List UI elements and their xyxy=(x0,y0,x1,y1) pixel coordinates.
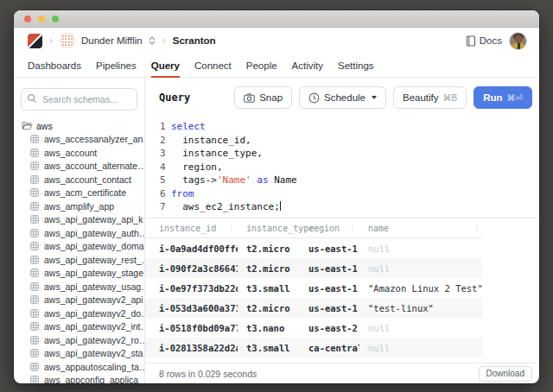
table-item[interactable]: aws_api_gatewayv2_ro… xyxy=(22,333,144,347)
camera-icon xyxy=(244,93,255,103)
org-avatar[interactable] xyxy=(60,33,75,48)
org-name[interactable]: Dunder Mifflin xyxy=(81,35,143,46)
tab-settings[interactable]: Settings xyxy=(338,54,374,77)
run-label: Run xyxy=(483,92,502,103)
table-grid-icon xyxy=(30,363,40,371)
query-panel: Query Snap Schedule Beautify ⌘B xyxy=(145,78,539,383)
table-item[interactable]: aws_account_contact xyxy=(22,173,144,187)
table-grid-icon xyxy=(30,295,40,304)
snap-button[interactable]: Snap xyxy=(234,86,292,109)
docs-link[interactable]: Docs xyxy=(466,35,502,47)
table-grid-icon xyxy=(30,336,40,345)
column-menu-icon[interactable]: ⋮ xyxy=(349,224,359,232)
table-item[interactable]: aws_appautoscaling_ta… xyxy=(22,360,144,374)
chevron-right-icon: › xyxy=(48,35,54,46)
docs-label: Docs xyxy=(480,35,502,46)
schema-folder-aws[interactable]: aws xyxy=(22,119,144,133)
table-grid-icon xyxy=(30,188,40,197)
minimize-button[interactable] xyxy=(38,16,45,22)
user-avatar[interactable] xyxy=(509,32,527,50)
clock-icon xyxy=(308,92,320,104)
macos-titlebar xyxy=(14,10,539,28)
table-item[interactable]: aws_api_gateway_usag… xyxy=(22,280,144,294)
schema-folder-label: aws xyxy=(36,121,53,131)
tab-connect[interactable]: Connect xyxy=(194,54,232,77)
steampipe-logo-icon[interactable] xyxy=(28,34,42,48)
download-button[interactable]: Download xyxy=(479,366,532,382)
table-grid-icon xyxy=(30,376,40,383)
table-item[interactable]: aws_api_gateway_doma… xyxy=(22,240,144,254)
tab-dashboards[interactable]: Dashboards xyxy=(28,54,81,77)
table-item[interactable]: aws_api_gateway_auth… xyxy=(22,226,144,240)
main-nav: Dashboards Pipelines Query Connect Peopl… xyxy=(14,54,539,78)
table-row[interactable]: i-0a9ad4df00ffe0b75 t2.micro us-east-1 n… xyxy=(145,238,483,258)
tab-people[interactable]: People xyxy=(246,54,277,77)
table-grid-icon xyxy=(30,322,40,331)
table-item[interactable]: aws_account_alternate… xyxy=(22,160,144,174)
table-row[interactable]: i-053d3a600a37137be t2.micro us-east-1 "… xyxy=(145,298,483,318)
code-line: 3 instance_type, xyxy=(145,147,539,161)
table-item[interactable]: aws_amplify_app xyxy=(22,199,144,213)
table-item[interactable]: aws_api_gatewayv2_int… xyxy=(22,320,144,334)
app-header: › Dunder Mifflin › Scranton Docs xyxy=(14,28,539,54)
table-item[interactable]: aws_account xyxy=(22,146,144,160)
column-menu-icon[interactable]: ⋮ xyxy=(473,224,483,232)
table-grid-icon xyxy=(30,229,40,237)
table-item[interactable]: aws_acm_certificate xyxy=(22,187,144,200)
table-row[interactable]: i-090f2a3c866415f2f t2.micro us-east-1 n… xyxy=(145,258,483,278)
table-item[interactable]: aws_api_gatewayv2_sta… xyxy=(22,347,144,361)
query-toolbar: Query Snap Schedule Beautify ⌘B xyxy=(145,78,539,117)
code-line: 2 instance_id, xyxy=(145,134,539,148)
table-item[interactable]: aws_api_gateway_api_k… xyxy=(22,213,144,227)
table-item[interactable]: aws_api_gatewayv2_api xyxy=(22,294,144,307)
results-table: instance_id⋮ instance_type⋮ region⋮ name… xyxy=(145,218,483,357)
table-grid-icon xyxy=(30,135,40,143)
column-header-name[interactable]: name⋮ xyxy=(359,218,483,237)
table-item[interactable]: aws_accessanalyzer_an… xyxy=(22,133,144,147)
folder-open-icon xyxy=(22,121,32,130)
table-grid-icon xyxy=(30,282,40,291)
table-grid-icon xyxy=(30,242,40,250)
table-item[interactable]: aws_api_gatewayv2_do… xyxy=(22,307,144,320)
schedule-label: Schedule xyxy=(324,92,365,103)
search-schemas-input[interactable] xyxy=(21,88,137,111)
column-menu-icon[interactable]: ⋮ xyxy=(227,224,238,232)
schema-tree: aws aws_accessanalyzer_an… aws_account a… xyxy=(14,119,144,383)
table-grid-icon xyxy=(30,215,40,224)
table-item[interactable]: aws_appconfig_applica xyxy=(22,374,144,384)
workspace-name[interactable]: Scranton xyxy=(173,35,216,46)
org-switcher-icon[interactable] xyxy=(149,36,156,45)
docs-icon xyxy=(466,35,476,47)
table-grid-icon xyxy=(30,175,40,184)
app-window: › Dunder Mifflin › Scranton Docs Dashboa… xyxy=(14,10,539,383)
run-button[interactable]: Run ⌘⏎ xyxy=(474,86,532,109)
column-header-instance-type[interactable]: instance_type⋮ xyxy=(238,218,300,237)
table-row[interactable]: i-0518f0bd09a77d5d2 t3.nano us-east-2 nu… xyxy=(145,318,483,338)
beautify-label: Beautify xyxy=(403,92,439,103)
maximize-button[interactable] xyxy=(52,16,59,22)
code-line: 5 tags->'Name' as Name xyxy=(145,174,539,187)
column-header-instance-id[interactable]: instance_id⋮ xyxy=(145,218,238,237)
tab-activity[interactable]: Activity xyxy=(292,54,323,77)
table-row[interactable]: i-0281358a22d2a95b6 t3.small ca-central-… xyxy=(145,338,483,357)
close-button[interactable] xyxy=(24,16,31,22)
table-grid-icon xyxy=(30,161,40,170)
chevron-right-icon: › xyxy=(162,35,167,46)
table-item[interactable]: aws_api_gateway_rest_… xyxy=(22,253,144,267)
table-item[interactable]: aws_api_gateway_stage xyxy=(22,267,144,281)
beautify-shortcut: ⌘B xyxy=(443,93,458,103)
column-header-region[interactable]: region⋮ xyxy=(300,218,359,237)
run-shortcut: ⌘⏎ xyxy=(507,93,523,103)
tab-pipelines[interactable]: Pipelines xyxy=(96,54,137,77)
results-header: instance_id⋮ instance_type⋮ region⋮ name… xyxy=(145,218,483,238)
table-row[interactable]: i-0e97f373db22dfa3f t3.small us-east-1 "… xyxy=(145,278,483,298)
code-line: 7 aws_ec2_instance; xyxy=(145,200,539,214)
query-status: 8 rows in 0.029 seconds xyxy=(159,369,257,379)
tab-query[interactable]: Query xyxy=(151,54,180,77)
table-grid-icon xyxy=(30,256,40,264)
code-line: 1select xyxy=(145,120,539,134)
schedule-button[interactable]: Schedule xyxy=(299,86,386,109)
beautify-button[interactable]: Beautify ⌘B xyxy=(393,86,467,109)
table-grid-icon xyxy=(30,149,40,157)
sql-editor[interactable]: 1select 2 instance_id, 3 instance_type, … xyxy=(145,117,539,218)
